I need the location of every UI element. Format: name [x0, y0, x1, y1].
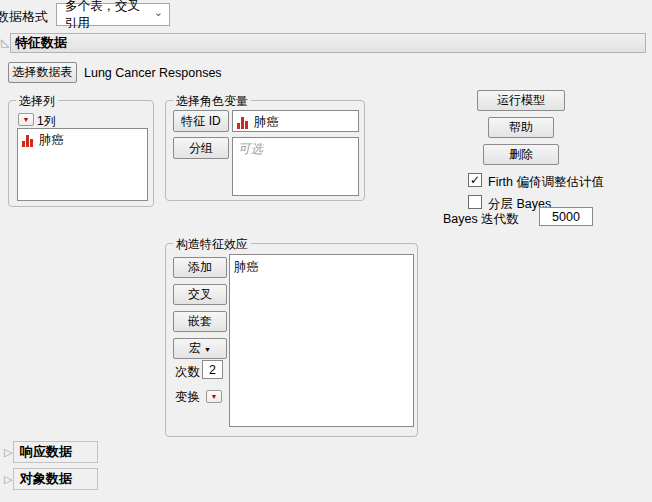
firth-label: Firth 偏倚调整估计值 — [488, 174, 604, 191]
columns-listbox[interactable]: 肺癌 — [17, 128, 148, 201]
construct-effects-title: 构造特征效应 — [173, 236, 251, 253]
hierarchical-bayes-checkbox[interactable] — [468, 195, 482, 209]
feature-id-value: 肺癌 — [254, 114, 279, 131]
help-button[interactable]: 帮助 — [488, 117, 554, 138]
run-model-button[interactable]: 运行模型 — [477, 90, 565, 111]
feature-model-dialog: 数据格式 多个表，交叉引用 ⌄ ◺ 特征数据 选择数据表 Lung Cancer… — [0, 0, 652, 502]
remove-button[interactable]: 删除 — [483, 144, 559, 165]
effect-name: 肺癌 — [234, 259, 259, 276]
role-variables-group: 选择角色变量 特征 ID 肺癌 分组 可选 — [165, 100, 365, 201]
optional-placeholder: 可选 — [233, 138, 358, 161]
data-format-value: 多个表，交叉引用 — [65, 0, 144, 32]
macro-label: 宏 — [189, 340, 201, 357]
response-data-section[interactable]: 响应数据 — [13, 441, 98, 463]
list-item[interactable]: 肺癌 — [230, 255, 413, 276]
data-format-label: 数据格式 — [0, 8, 48, 26]
transform-red-triangle-icon[interactable]: ▼ — [206, 390, 222, 403]
response-data-title: 响应数据 — [20, 443, 72, 461]
degree-label: 次数 — [175, 364, 200, 381]
red-triangle-glyph: ▼ — [23, 116, 30, 123]
feature-id-button[interactable]: 特征 ID — [173, 110, 229, 132]
select-columns-title: 选择列 — [16, 93, 58, 110]
list-item[interactable]: 肺癌 — [233, 111, 358, 131]
red-triangle-menu-icon[interactable]: ▼ — [18, 113, 34, 126]
nominal-column-icon — [237, 117, 249, 129]
firth-checkbox[interactable]: ✓ — [468, 173, 482, 187]
bayes-iterations-label: Bayes 迭代数 — [443, 211, 519, 228]
nest-button[interactable]: 嵌套 — [173, 311, 227, 332]
feature-data-title: 特征数据 — [15, 34, 67, 52]
bayes-iterations-input[interactable] — [539, 207, 593, 226]
red-triangle-glyph: ▼ — [211, 393, 218, 400]
chevron-down-icon: ⌄ — [154, 7, 163, 18]
transform-label: 变换 — [175, 389, 200, 406]
open-disclosure-icon[interactable]: ◺ — [1, 37, 9, 48]
feature-id-field[interactable]: 肺癌 — [232, 110, 359, 132]
macro-button[interactable]: 宏 ▼ — [173, 338, 227, 359]
table-name: Lung Cancer Responses — [84, 66, 222, 80]
subject-data-section[interactable]: 对象数据 — [13, 468, 98, 490]
add-button[interactable]: 添加 — [173, 257, 227, 278]
construct-effects-group: 构造特征效应 添加 交叉 嵌套 宏 ▼ 次数 变换 ▼ 肺癌 — [165, 243, 418, 437]
group-by-button[interactable]: 分组 — [173, 137, 229, 159]
degree-input[interactable] — [202, 360, 223, 379]
list-item[interactable]: 肺癌 — [18, 129, 147, 149]
subject-data-title: 对象数据 — [20, 470, 72, 488]
nominal-column-icon — [22, 135, 34, 147]
data-format-dropdown[interactable]: 多个表，交叉引用 ⌄ — [56, 3, 170, 26]
role-variables-title: 选择角色变量 — [173, 93, 251, 110]
feature-data-header[interactable]: 特征数据 — [10, 33, 646, 53]
closed-disclosure-icon[interactable]: ▷ — [4, 474, 12, 485]
effects-listbox[interactable]: 肺癌 — [229, 254, 414, 427]
select-data-table-button[interactable]: 选择数据表 — [8, 62, 77, 83]
column-name: 肺癌 — [39, 132, 64, 149]
checkmark-icon: ✓ — [470, 174, 480, 186]
cross-button[interactable]: 交叉 — [173, 284, 227, 305]
caret-down-icon: ▼ — [204, 346, 211, 353]
closed-disclosure-icon[interactable]: ▷ — [4, 447, 12, 458]
select-columns-group: 选择列 ▼ 1列 肺癌 — [8, 100, 154, 207]
group-by-field[interactable]: 可选 — [232, 137, 359, 196]
